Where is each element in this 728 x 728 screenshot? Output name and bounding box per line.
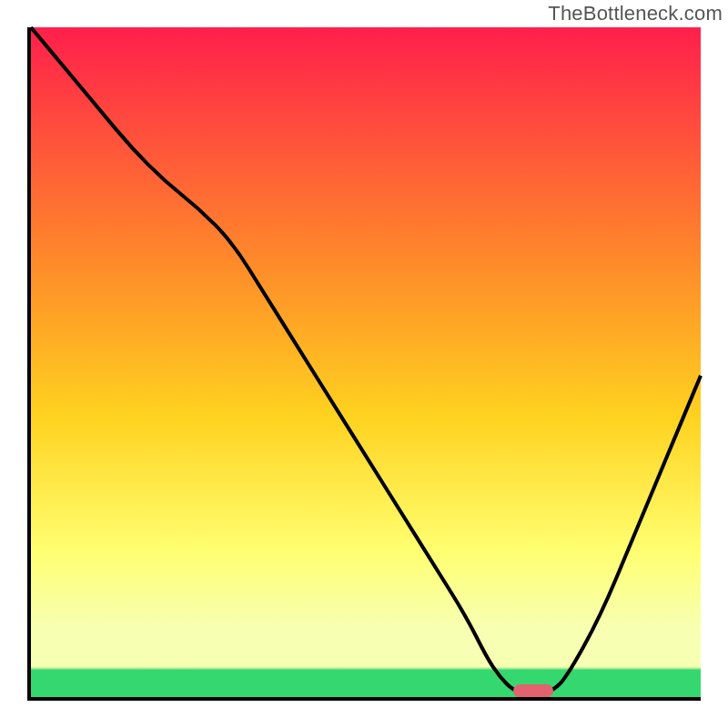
chart-axes-frame <box>27 27 701 701</box>
watermark-text: TheBottleneck.com <box>548 2 723 25</box>
optimal-range-marker <box>513 684 553 697</box>
bottleneck-curve-path <box>31 27 701 693</box>
chart-curve <box>31 27 701 697</box>
